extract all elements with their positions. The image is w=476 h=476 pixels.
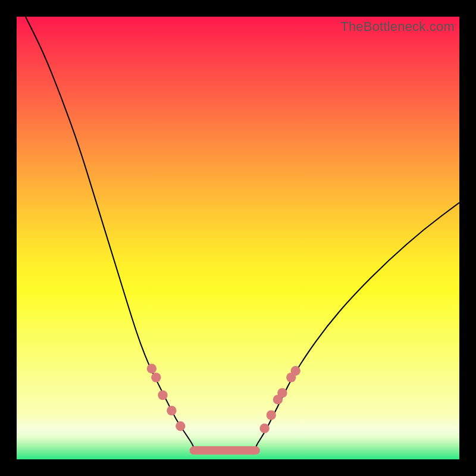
highlight-dot <box>167 406 176 415</box>
highlight-dot <box>176 421 185 431</box>
chart-frame: TheBottleneck.com <box>0 0 476 476</box>
highlight-dot <box>151 372 161 382</box>
highlight-dot <box>267 410 276 419</box>
highlight-dot <box>259 424 269 433</box>
curve-left-branch <box>26 17 256 453</box>
highlight-dot <box>147 364 156 373</box>
highlight-dot <box>158 390 167 400</box>
chart-svg <box>17 17 459 459</box>
highlight-dot <box>277 388 287 397</box>
highlight-dot <box>291 366 300 375</box>
curve-right-branch <box>194 202 459 452</box>
plot-area: TheBottleneck.com <box>17 17 459 459</box>
highlight-dots-group <box>147 364 300 433</box>
